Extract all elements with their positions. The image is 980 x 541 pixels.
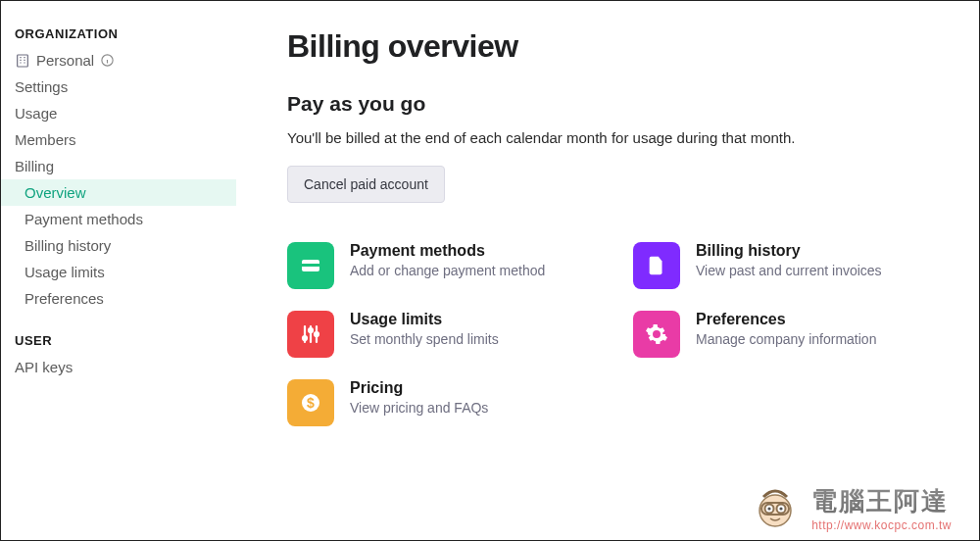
info-icon[interactable] xyxy=(100,53,115,68)
sidebar-sub-payment-methods[interactable]: Payment methods xyxy=(1,206,236,232)
watermark: 電腦王阿達 http://www.kocpc.com.tw xyxy=(749,481,952,534)
card-subtitle: View past and current invoices xyxy=(696,263,882,278)
svg-point-5 xyxy=(309,328,313,332)
sidebar-sub-usage-limits[interactable]: Usage limits xyxy=(1,259,236,285)
svg-rect-0 xyxy=(18,55,28,67)
building-icon xyxy=(15,53,30,69)
sidebar-billing-submenu: Overview Payment methods Billing history… xyxy=(1,179,236,312)
watermark-url: http://www.kocpc.com.tw xyxy=(811,518,952,532)
sidebar-sub-preferences[interactable]: Preferences xyxy=(1,285,236,312)
org-name: Personal xyxy=(36,52,94,69)
sliders-icon xyxy=(287,311,334,358)
dollar-icon: $ xyxy=(287,379,334,426)
card-pricing[interactable]: $ Pricing View pricing and FAQs xyxy=(287,379,594,426)
org-switcher[interactable]: Personal xyxy=(1,47,236,74)
sidebar: ORGANIZATION Personal Settings Usage Mem… xyxy=(1,1,236,540)
card-subtitle: Manage company information xyxy=(696,331,876,347)
sidebar-item-api-keys[interactable]: API keys xyxy=(1,354,236,380)
card-title: Billing history xyxy=(696,242,882,260)
sidebar-sub-billing-history[interactable]: Billing history xyxy=(1,232,236,259)
svg-point-7 xyxy=(654,331,659,336)
card-title: Pricing xyxy=(350,379,488,397)
card-subtitle: View pricing and FAQs xyxy=(350,400,488,416)
gear-icon xyxy=(633,311,680,358)
card-billing-history[interactable]: Billing history View past and current in… xyxy=(633,242,940,289)
sidebar-item-members[interactable]: Members xyxy=(1,126,236,153)
mascot-icon xyxy=(749,481,802,534)
card-title: Preferences xyxy=(696,311,876,328)
cancel-paid-account-button[interactable]: Cancel paid account xyxy=(287,166,445,203)
card-subtitle: Add or change payment method xyxy=(350,263,545,278)
app-frame: ORGANIZATION Personal Settings Usage Mem… xyxy=(0,0,980,541)
card-title: Payment methods xyxy=(350,242,545,260)
sidebar-section-organization: ORGANIZATION xyxy=(1,21,236,47)
card-title: Usage limits xyxy=(350,311,499,328)
sidebar-item-settings[interactable]: Settings xyxy=(1,74,236,100)
svg-point-15 xyxy=(780,507,783,510)
document-icon xyxy=(633,242,680,289)
card-preferences[interactable]: Preferences Manage company information xyxy=(633,311,940,358)
card-usage-limits[interactable]: Usage limits Set monthly spend limits xyxy=(287,311,594,358)
svg-point-10 xyxy=(760,495,791,526)
svg-rect-3 xyxy=(302,264,319,267)
sidebar-item-usage[interactable]: Usage xyxy=(1,100,236,126)
svg-point-6 xyxy=(315,332,318,336)
sidebar-section-user: USER xyxy=(1,327,236,354)
sidebar-item-billing[interactable]: Billing xyxy=(1,153,236,179)
svg-point-4 xyxy=(303,336,307,340)
watermark-text: 電腦王阿達 xyxy=(811,484,949,518)
section-subtitle: Pay as you go xyxy=(287,92,940,116)
card-payment-methods[interactable]: Payment methods Add or change payment me… xyxy=(287,242,594,289)
page-title: Billing overview xyxy=(287,28,940,65)
svg-text:$: $ xyxy=(307,395,315,411)
main-content: Billing overview Pay as you go You'll be… xyxy=(236,1,979,540)
credit-card-icon xyxy=(287,242,334,289)
billing-cards-grid: Payment methods Add or change payment me… xyxy=(287,242,940,426)
card-subtitle: Set monthly spend limits xyxy=(350,331,499,347)
sidebar-sub-overview[interactable]: Overview xyxy=(1,179,236,206)
svg-point-14 xyxy=(768,507,771,510)
section-description: You'll be billed at the end of each cale… xyxy=(287,129,940,146)
